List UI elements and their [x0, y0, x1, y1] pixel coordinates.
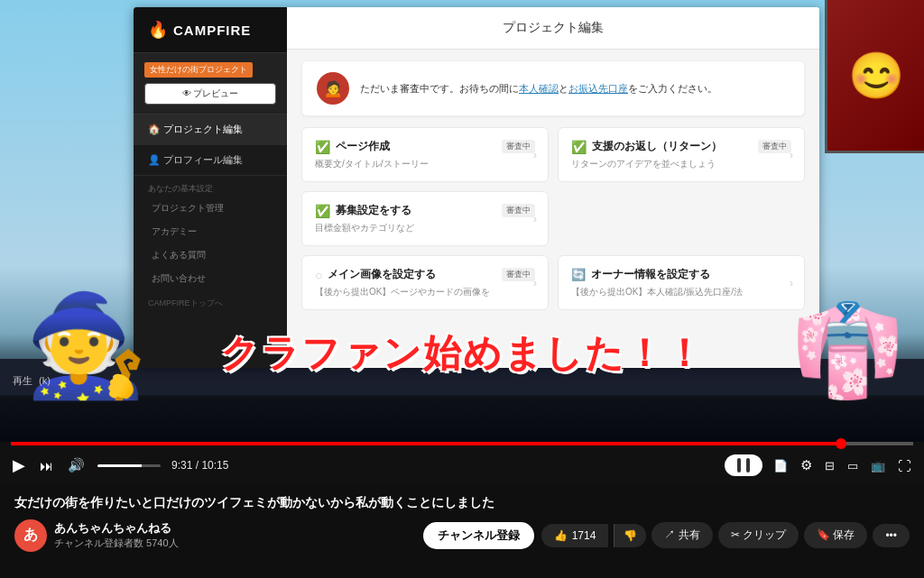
furikomi-link[interactable]: お振込先口座: [568, 83, 628, 94]
clip-button[interactable]: ✂ クリップ: [718, 522, 799, 548]
channel-avatar: あ: [14, 519, 47, 552]
check-icon-2: ✅: [571, 140, 587, 154]
card-title-5: オーナー情報を設定する: [591, 267, 710, 282]
playbar: ▶ ⏭ 🔊 9:31 / 10:15 📄 ⚙ ⊟ ▭ 📺: [0, 442, 924, 485]
channel-row: あ あんちゃんちゃんねる チャンネル登録者数 5740人 チャンネル登録 👍 1…: [14, 519, 910, 552]
video-player[interactable]: 🔥 CAMPFIRE 女性だけの街プロジェクト 👁 プレビュー 🏠 プロジェクト…: [0, 0, 924, 442]
progress-bar[interactable]: [11, 442, 913, 445]
playback-hint: 再生 (k): [13, 374, 51, 388]
card-desc-2: リターンのアイデアを並べましょう: [571, 158, 791, 170]
cards-grid: ✅ ページ作成 審査中 概要文/タイトル/ストーリー › ✅ 支援のお返し（リタ…: [287, 127, 819, 321]
card-badge-3: 審査中: [502, 204, 535, 217]
video-info: 女だけの街を作りたいと口だけのツイフェミが動かないから私が動くことにしました あ…: [0, 485, 924, 557]
campfire-screen: 🔥 CAMPFIRE 女性だけの街プロジェクト 👁 プレビュー 🏠 プロジェクト…: [134, 7, 819, 368]
campfire-main-header: プロジェクト編集: [287, 7, 819, 50]
progress-filled: [11, 442, 841, 445]
nav-profile-edit[interactable]: 👤 プロフィール編集: [134, 145, 287, 176]
channel-info: あんちゃんちゃんねる チャンネル登録者数 5740人: [54, 520, 409, 550]
nav-project-edit-label: 🏠 プロジェクト編集: [148, 123, 243, 136]
card-collection[interactable]: ✅ 募集設定をする 審査中 目標金額やカテゴリなど ›: [301, 191, 549, 246]
video-title: 女だけの街を作りたいと口だけのツイフェミが動かないから私が動くことにしました: [14, 494, 910, 512]
card-owner[interactable]: 🔄 オーナー情報を設定する 【後から提出OK】本人確認/振込先口座/法 ›: [558, 255, 805, 310]
campfire-alert: 🙍 ただいま審査中です。お待ちの間に本人確認とお振込先口座をご入力ください。: [301, 60, 805, 116]
spin-icon-5: 🔄: [571, 268, 586, 281]
pause-indicator[interactable]: [725, 454, 762, 476]
volume-button[interactable]: 🔊: [66, 455, 87, 475]
project-box: 女性だけの街プロジェクト 👁 プレビュー: [134, 53, 287, 115]
card-badge-4: 審査中: [502, 268, 535, 281]
captions-button[interactable]: 📄: [772, 457, 790, 474]
flame-icon: 🔥: [148, 20, 168, 40]
card-desc-3: 目標金額やカテゴリなど: [315, 222, 535, 234]
card-page-create[interactable]: ✅ ページ作成 審査中 概要文/タイトル/ストーリー ›: [301, 127, 549, 182]
more-button[interactable]: •••: [873, 524, 910, 547]
char-right-face: 👘: [791, 305, 904, 395]
youtube-app: 🔥 CAMPFIRE 女性だけの街プロジェクト 👁 プレビュー 🏠 プロジェクト…: [0, 0, 924, 578]
channel-subs: チャンネル登録者数 5740人: [54, 537, 409, 550]
nav-profile-edit-label: 👤 プロフィール編集: [148, 153, 243, 167]
share-button[interactable]: ↗ 共有: [651, 522, 712, 548]
project-label: 女性だけの街プロジェクト: [144, 62, 253, 78]
settings-button[interactable]: ⚙: [799, 455, 814, 475]
check-icon-1: ✅: [315, 140, 330, 154]
check-icon-4: ○: [315, 268, 322, 282]
nav-project-edit[interactable]: 🏠 プロジェクト編集: [134, 115, 287, 145]
card-image[interactable]: ○ メイン画像を設定する 審査中 【後から提出OK】ページやカードの画像を ›: [301, 255, 549, 310]
alert-text: ただいま審査中です。お待ちの間に本人確認とお振込先口座をご入力ください。: [360, 81, 717, 96]
right-controls: 📄 ⚙ ⊟ ▭ 📺 ⛶: [725, 454, 913, 476]
logo-text: CAMPFIRE: [173, 23, 251, 38]
check-icon-3: ✅: [315, 204, 330, 218]
character-right: 👘: [771, 197, 924, 395]
card-title-2: 支援のお返し（リターン）: [592, 139, 722, 154]
character-1-face: 😊: [848, 50, 904, 102]
like-button[interactable]: 👍 1714: [541, 524, 609, 547]
volume-slider[interactable]: [97, 464, 161, 467]
controls-row: ▶ ⏭ 🔊 9:31 / 10:15 📄 ⚙ ⊟ ▭ 📺: [11, 445, 913, 485]
campfire-main: プロジェクト編集 🙍 ただいま審査中です。お待ちの間に本人確認とお振込先口座をご…: [287, 7, 819, 368]
alert-avatar: 🙍: [317, 72, 349, 105]
time-display: 9:31 / 10:15: [171, 459, 228, 472]
character-left: 🧙: [0, 188, 171, 395]
card-title-4: メイン画像を設定する: [328, 267, 436, 282]
card-title-1: ページ作成: [336, 139, 390, 154]
play-button[interactable]: ▶: [11, 454, 27, 477]
action-buttons: 👍 1714 👎 ↗ 共有 ✂ クリップ 🔖 保存 •••: [541, 522, 910, 548]
card-badge-1: 審査中: [502, 140, 535, 153]
miniplayer-button[interactable]: ⊟: [823, 457, 836, 474]
like-count: 1714: [572, 529, 596, 542]
preview-button[interactable]: 👁 プレビュー: [144, 83, 276, 105]
card-title-3: 募集設定をする: [336, 203, 411, 218]
honin-link[interactable]: 本人確認: [519, 83, 559, 94]
card-desc-1: 概要文/タイトル/ストーリー: [315, 158, 535, 170]
pause-bar-2: [746, 458, 750, 472]
card-arrow-4: ›: [533, 277, 537, 289]
channel-name: あんちゃんちゃんねる: [54, 520, 409, 537]
dislike-button[interactable]: 👎: [614, 524, 646, 547]
card-desc-4: 【後から提出OK】ページやカードの画像を: [315, 286, 535, 298]
pause-bar-1: [737, 458, 741, 472]
campfire-logo: 🔥 CAMPFIRE: [134, 7, 287, 53]
progress-handle[interactable]: [836, 438, 846, 449]
subscribe-button[interactable]: チャンネル登録: [423, 522, 534, 549]
cast-button[interactable]: 📺: [869, 457, 887, 474]
right-character-panel: 😊: [825, 0, 924, 153]
card-badge-2: 審査中: [758, 140, 791, 153]
save-button[interactable]: 🔖 保存: [804, 522, 867, 548]
card-arrow-1: ›: [533, 149, 537, 161]
card-arrow-3: ›: [533, 213, 537, 225]
next-button[interactable]: ⏭: [38, 456, 55, 475]
fullscreen-button[interactable]: ⛶: [896, 456, 913, 475]
card-return[interactable]: ✅ 支援のお返し（リターン） 審査中 リターンのアイデアを並べましょう ›: [558, 127, 805, 182]
card-arrow-2: ›: [790, 149, 793, 161]
theater-button[interactable]: ▭: [845, 457, 860, 474]
card-desc-5: 【後から提出OK】本人確認/振込先口座/法: [571, 286, 791, 298]
